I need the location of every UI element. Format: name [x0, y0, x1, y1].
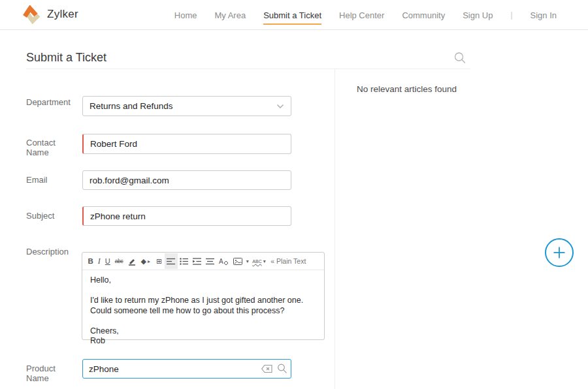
product-name-label: Product Name — [26, 364, 77, 383]
plus-icon — [553, 246, 566, 259]
nav-community[interactable]: Community — [402, 0, 445, 30]
nav-home[interactable]: Home — [174, 0, 197, 30]
no-articles-message: No relevant articles found — [357, 84, 457, 94]
subject-input[interactable] — [82, 206, 291, 226]
insert-table-icon[interactable]: ⊞ — [154, 253, 165, 269]
department-selected-value: Returns and Refunds — [90, 101, 276, 111]
subject-label: Subject — [26, 211, 77, 221]
zylker-logo-icon[interactable] — [22, 5, 41, 25]
product-name-field — [82, 359, 291, 379]
product-name-input[interactable] — [83, 360, 259, 378]
department-label: Department — [26, 97, 77, 107]
page-title: Submit a Ticket — [26, 51, 106, 65]
description-line: I'd like to return my zPhone as I just g… — [90, 296, 316, 306]
title-divider — [26, 69, 470, 69]
highlight-color-icon[interactable]: ◆▸ — [139, 253, 154, 269]
align-left-icon[interactable] — [165, 253, 178, 269]
description-line — [90, 286, 316, 296]
clear-input-icon[interactable] — [259, 360, 274, 378]
department-select[interactable]: Returns and Refunds — [82, 96, 291, 116]
chevron-down-icon — [276, 104, 284, 109]
contact-name-label: Contact Name — [26, 138, 77, 157]
bold-icon[interactable]: B — [86, 253, 95, 269]
italic-icon[interactable]: I — [95, 253, 103, 269]
description-editor: B I U abc ◆▸ ⊞ A — [82, 252, 325, 340]
svg-text:A: A — [219, 258, 223, 265]
nav-separator: | — [510, 10, 512, 20]
underline-icon[interactable]: U — [103, 253, 112, 269]
indent-icon[interactable] — [191, 253, 204, 269]
nav-sign-in[interactable]: Sign In — [531, 0, 557, 30]
font-color-icon[interactable] — [125, 253, 139, 269]
remove-format-icon[interactable]: A — [217, 253, 231, 269]
search-icon[interactable] — [453, 52, 466, 65]
product-search-icon[interactable] — [274, 360, 291, 378]
brand-name[interactable]: Zylker — [47, 8, 78, 21]
email-label: Email — [26, 175, 77, 185]
add-button[interactable] — [545, 238, 574, 267]
insert-image-icon[interactable] — [231, 253, 245, 269]
main-nav: Home My Area Submit a Ticket Help Center… — [174, 0, 557, 30]
description-line: Cheers, — [90, 326, 316, 337]
nav-submit-a-ticket[interactable]: Submit a Ticket — [263, 0, 321, 30]
plain-text-toggle[interactable]: « Plain Text — [269, 257, 306, 265]
nav-sign-up[interactable]: Sign Up — [463, 0, 493, 30]
more-tools-caret-icon[interactable]: ▾ — [245, 253, 250, 269]
description-line: Could someone tell me how to go about th… — [90, 306, 316, 317]
bullet-list-icon[interactable] — [178, 253, 191, 269]
description-line — [90, 316, 316, 326]
nav-my-area[interactable]: My Area — [214, 0, 246, 30]
strikethrough-icon[interactable]: abc — [112, 253, 125, 269]
line-spacing-icon[interactable] — [204, 253, 217, 269]
editor-toolbar: B I U abc ◆▸ ⊞ A — [82, 253, 324, 270]
spellcheck-icon[interactable]: ABC▾ — [250, 253, 269, 269]
description-line: Hello, — [90, 275, 316, 286]
top-navbar: Zylker Home My Area Submit a Ticket Help… — [0, 0, 588, 30]
email-input[interactable] — [82, 170, 291, 190]
contact-name-input[interactable] — [82, 134, 291, 154]
submit-ticket-page: Zylker Home My Area Submit a Ticket Help… — [0, 0, 588, 389]
description-label: Description — [26, 247, 77, 257]
description-editor-content[interactable]: Hello, I'd like to return my zPhone as I… — [82, 270, 324, 352]
panel-divider — [335, 69, 335, 389]
description-line: Rob — [90, 336, 316, 347]
nav-help-center[interactable]: Help Center — [339, 0, 384, 30]
